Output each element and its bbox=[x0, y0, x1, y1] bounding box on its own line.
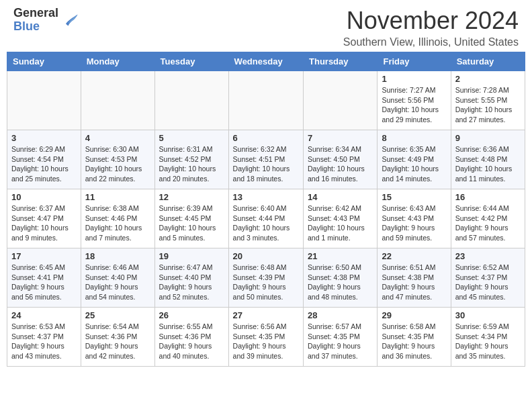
calendar-day-cell: 6Sunrise: 6:32 AM Sunset: 4:51 PM Daylig… bbox=[228, 130, 303, 189]
day-number: 12 bbox=[159, 192, 224, 202]
calendar-day-cell: 1Sunrise: 7:27 AM Sunset: 5:56 PM Daylig… bbox=[378, 71, 451, 130]
logo: General Blue bbox=[13, 7, 80, 34]
day-info: Sunrise: 6:55 AM Sunset: 4:36 PM Dayligh… bbox=[159, 322, 224, 361]
calendar-day-cell: 14Sunrise: 6:42 AM Sunset: 4:43 PM Dayli… bbox=[304, 189, 378, 248]
day-number: 22 bbox=[382, 251, 446, 261]
calendar-day-cell: 12Sunrise: 6:39 AM Sunset: 4:45 PM Dayli… bbox=[154, 189, 228, 248]
day-info: Sunrise: 6:37 AM Sunset: 4:47 PM Dayligh… bbox=[11, 203, 77, 243]
day-number: 27 bbox=[233, 310, 299, 320]
calendar-day-cell: 29Sunrise: 6:58 AM Sunset: 4:35 PM Dayli… bbox=[378, 308, 451, 367]
day-number: 4 bbox=[85, 133, 150, 143]
day-info: Sunrise: 6:44 AM Sunset: 4:42 PM Dayligh… bbox=[455, 203, 521, 243]
day-info: Sunrise: 6:40 AM Sunset: 4:44 PM Dayligh… bbox=[233, 203, 299, 243]
calendar-week-row: 17Sunrise: 6:45 AM Sunset: 4:41 PM Dayli… bbox=[7, 248, 525, 308]
weekday-header-row: SundayMondayTuesdayWednesdayThursdayFrid… bbox=[7, 52, 525, 71]
calendar-day-cell: 15Sunrise: 6:43 AM Sunset: 4:43 PM Dayli… bbox=[378, 189, 451, 248]
calendar-week-row: 10Sunrise: 6:37 AM Sunset: 4:47 PM Dayli… bbox=[7, 189, 525, 248]
title-section: November 2024 Southern View, Illinois, U… bbox=[343, 7, 519, 48]
weekday-header: Sunday bbox=[7, 52, 81, 71]
day-number: 25 bbox=[85, 310, 150, 320]
logo-text: General Blue bbox=[13, 7, 58, 34]
calendar-day-cell: 30Sunrise: 6:59 AM Sunset: 4:34 PM Dayli… bbox=[451, 308, 525, 367]
day-info: Sunrise: 6:51 AM Sunset: 4:38 PM Dayligh… bbox=[382, 263, 446, 302]
day-number: 18 bbox=[85, 251, 150, 261]
day-info: Sunrise: 6:31 AM Sunset: 4:52 PM Dayligh… bbox=[159, 144, 224, 184]
calendar-day-cell: 25Sunrise: 6:54 AM Sunset: 4:36 PM Dayli… bbox=[81, 308, 154, 367]
day-info: Sunrise: 6:43 AM Sunset: 4:43 PM Dayligh… bbox=[382, 203, 446, 243]
calendar-day-cell: 10Sunrise: 6:37 AM Sunset: 4:47 PM Dayli… bbox=[7, 189, 81, 248]
day-number: 5 bbox=[159, 133, 224, 143]
month-title: November 2024 bbox=[343, 7, 519, 35]
day-info: Sunrise: 6:48 AM Sunset: 4:39 PM Dayligh… bbox=[233, 263, 299, 302]
day-info: Sunrise: 6:32 AM Sunset: 4:51 PM Dayligh… bbox=[233, 144, 299, 184]
day-number: 14 bbox=[308, 192, 373, 202]
calendar-day-cell: 8Sunrise: 6:35 AM Sunset: 4:49 PM Daylig… bbox=[378, 130, 451, 189]
day-number: 2 bbox=[455, 74, 521, 84]
calendar-day-cell: 18Sunrise: 6:46 AM Sunset: 4:40 PM Dayli… bbox=[81, 248, 154, 308]
day-info: Sunrise: 6:56 AM Sunset: 4:35 PM Dayligh… bbox=[233, 322, 299, 361]
day-number: 6 bbox=[233, 133, 299, 143]
calendar-day-cell: 16Sunrise: 6:44 AM Sunset: 4:42 PM Dayli… bbox=[451, 189, 525, 248]
day-number: 17 bbox=[11, 251, 77, 261]
weekday-header: Friday bbox=[378, 52, 451, 71]
calendar-day-cell: 13Sunrise: 6:40 AM Sunset: 4:44 PM Dayli… bbox=[228, 189, 303, 248]
calendar-day-cell: 27Sunrise: 6:56 AM Sunset: 4:35 PM Dayli… bbox=[228, 308, 303, 367]
day-number: 11 bbox=[85, 192, 150, 202]
day-number: 29 bbox=[382, 310, 446, 320]
calendar-week-row: 1Sunrise: 7:27 AM Sunset: 5:56 PM Daylig… bbox=[7, 71, 525, 130]
page-header: General Blue November 2024 Southern View… bbox=[0, 0, 532, 52]
weekday-header: Thursday bbox=[304, 52, 378, 71]
day-number: 20 bbox=[233, 251, 299, 261]
calendar-day-cell: 19Sunrise: 6:47 AM Sunset: 4:40 PM Dayli… bbox=[154, 248, 228, 308]
day-info: Sunrise: 6:29 AM Sunset: 4:54 PM Dayligh… bbox=[11, 144, 77, 184]
calendar-day-cell: 4Sunrise: 6:30 AM Sunset: 4:53 PM Daylig… bbox=[81, 130, 154, 189]
calendar-day-cell: 28Sunrise: 6:57 AM Sunset: 4:35 PM Dayli… bbox=[304, 308, 378, 367]
day-number: 10 bbox=[11, 192, 77, 202]
logo-general: General bbox=[13, 7, 58, 20]
day-number: 26 bbox=[159, 310, 224, 320]
calendar-day-cell: 9Sunrise: 6:36 AM Sunset: 4:48 PM Daylig… bbox=[451, 130, 525, 189]
day-number: 24 bbox=[11, 310, 77, 320]
day-number: 9 bbox=[455, 133, 521, 143]
calendar-day-cell: 11Sunrise: 6:38 AM Sunset: 4:46 PM Dayli… bbox=[81, 189, 154, 248]
calendar-day-cell: 5Sunrise: 6:31 AM Sunset: 4:52 PM Daylig… bbox=[154, 130, 228, 189]
day-number: 3 bbox=[11, 133, 77, 143]
day-number: 21 bbox=[308, 251, 373, 261]
calendar-day-cell: 21Sunrise: 6:50 AM Sunset: 4:38 PM Dayli… bbox=[304, 248, 378, 308]
day-info: Sunrise: 6:59 AM Sunset: 4:34 PM Dayligh… bbox=[455, 322, 521, 361]
day-number: 30 bbox=[455, 310, 521, 320]
calendar-day-cell bbox=[154, 71, 228, 130]
day-number: 1 bbox=[382, 74, 446, 84]
weekday-header: Tuesday bbox=[154, 52, 228, 71]
calendar-day-cell: 20Sunrise: 6:48 AM Sunset: 4:39 PM Dayli… bbox=[228, 248, 303, 308]
calendar-week-row: 3Sunrise: 6:29 AM Sunset: 4:54 PM Daylig… bbox=[7, 130, 525, 189]
day-info: Sunrise: 6:52 AM Sunset: 4:37 PM Dayligh… bbox=[455, 263, 521, 302]
logo-bird-icon bbox=[61, 11, 80, 30]
calendar-day-cell: 17Sunrise: 6:45 AM Sunset: 4:41 PM Dayli… bbox=[7, 248, 81, 308]
day-info: Sunrise: 7:27 AM Sunset: 5:56 PM Dayligh… bbox=[382, 85, 446, 125]
day-number: 16 bbox=[455, 192, 521, 202]
day-info: Sunrise: 6:53 AM Sunset: 4:37 PM Dayligh… bbox=[11, 322, 77, 361]
day-info: Sunrise: 6:42 AM Sunset: 4:43 PM Dayligh… bbox=[308, 203, 373, 243]
day-info: Sunrise: 6:58 AM Sunset: 4:35 PM Dayligh… bbox=[382, 322, 446, 361]
day-number: 23 bbox=[455, 251, 521, 261]
day-info: Sunrise: 6:54 AM Sunset: 4:36 PM Dayligh… bbox=[85, 322, 150, 361]
calendar-day-cell: 26Sunrise: 6:55 AM Sunset: 4:36 PM Dayli… bbox=[154, 308, 228, 367]
calendar-day-cell: 7Sunrise: 6:34 AM Sunset: 4:50 PM Daylig… bbox=[304, 130, 378, 189]
day-info: Sunrise: 6:50 AM Sunset: 4:38 PM Dayligh… bbox=[308, 263, 373, 302]
weekday-header: Saturday bbox=[451, 52, 525, 71]
day-number: 7 bbox=[308, 133, 373, 143]
calendar-day-cell bbox=[7, 71, 81, 130]
day-info: Sunrise: 6:30 AM Sunset: 4:53 PM Dayligh… bbox=[85, 144, 150, 184]
calendar-day-cell bbox=[228, 71, 303, 130]
day-info: Sunrise: 6:46 AM Sunset: 4:40 PM Dayligh… bbox=[85, 263, 150, 302]
calendar-day-cell: 22Sunrise: 6:51 AM Sunset: 4:38 PM Dayli… bbox=[378, 248, 451, 308]
location: Southern View, Illinois, United States bbox=[343, 36, 519, 48]
day-info: Sunrise: 6:38 AM Sunset: 4:46 PM Dayligh… bbox=[85, 203, 150, 243]
calendar-day-cell: 24Sunrise: 6:53 AM Sunset: 4:37 PM Dayli… bbox=[7, 308, 81, 367]
day-info: Sunrise: 6:36 AM Sunset: 4:48 PM Dayligh… bbox=[455, 144, 521, 184]
day-number: 13 bbox=[233, 192, 299, 202]
day-info: Sunrise: 6:45 AM Sunset: 4:41 PM Dayligh… bbox=[11, 263, 77, 302]
weekday-header: Wednesday bbox=[228, 52, 303, 71]
day-number: 8 bbox=[382, 133, 446, 143]
